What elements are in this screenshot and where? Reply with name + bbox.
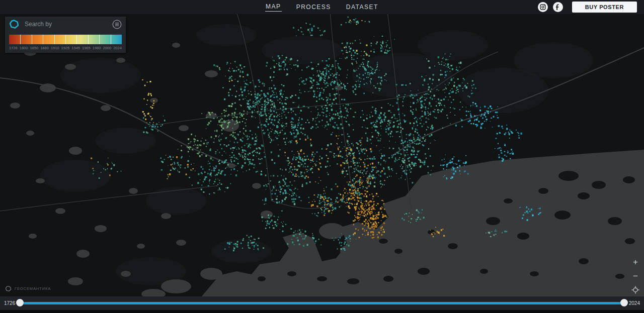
brand-logo-icon — [9, 19, 19, 29]
map-controls: + − — [631, 258, 639, 294]
attribution-text: ГЕОСЕМАНТИКА — [15, 286, 51, 291]
nav-tab-map[interactable]: MAP — [265, 3, 282, 12]
instagram-icon — [540, 4, 546, 10]
search-row — [5, 17, 126, 32]
facebook-icon — [555, 4, 561, 11]
attribution-logo-icon — [5, 285, 12, 292]
header-actions: BUY POSTER — [538, 0, 637, 14]
map-area[interactable] — [0, 14, 644, 296]
legend-tick-label: 1965 — [82, 46, 91, 50]
legend-tick-label: 1945 — [71, 46, 80, 50]
legend-tick-label: 2000 — [103, 46, 111, 50]
geolocate-button[interactable] — [631, 286, 639, 294]
zoom-out-button[interactable]: − — [633, 272, 638, 280]
timeline-handle-start[interactable] — [16, 299, 24, 306]
attribution: ГЕОСЕМАНТИКА — [5, 285, 51, 292]
timeline-min-label: 1726 — [4, 300, 15, 306]
legend-tick-label: 1980 — [93, 46, 101, 50]
legend-tick-label: 1880 — [40, 46, 49, 50]
nav-tab-dataset[interactable]: DATASET — [346, 3, 379, 12]
legend-tick-label: 2024 — [113, 46, 122, 50]
timeline-handle-end[interactable] — [620, 299, 628, 306]
map-canvas[interactable] — [0, 14, 644, 296]
header: MAPPROCESSDATASET BUY POSTER — [0, 0, 644, 14]
layers-list-icon[interactable] — [112, 20, 122, 29]
legend-tick-label: 1726 — [9, 46, 18, 50]
buy-poster-button[interactable]: BUY POSTER — [572, 2, 637, 13]
main-nav: MAPPROCESSDATASET — [265, 0, 379, 14]
instagram-button[interactable] — [538, 2, 548, 12]
legend-ticks: 1726180018501880191019251945196519802000… — [9, 46, 122, 50]
legend-tick-label: 1800 — [20, 46, 28, 50]
search-panel: 1726180018501880191019251945196519802000… — [5, 17, 126, 53]
timeline-max-label: 2024 — [629, 300, 640, 306]
timeline-track[interactable] — [20, 302, 624, 304]
nav-tab-process[interactable]: PROCESS — [296, 3, 332, 12]
facebook-button[interactable] — [553, 2, 563, 12]
geolocate-icon — [631, 286, 639, 294]
timeline-bar: 1726 2024 — [0, 296, 644, 310]
search-input[interactable] — [24, 20, 108, 28]
legend-tick-label: 1910 — [51, 46, 59, 50]
legend-tick-label: 1850 — [30, 46, 38, 50]
zoom-in-button[interactable]: + — [633, 258, 638, 266]
legend-gradient — [9, 35, 122, 44]
legend-tick-label: 1925 — [61, 46, 70, 50]
legend: 1726180018501880191019251945196519802000… — [5, 32, 126, 53]
